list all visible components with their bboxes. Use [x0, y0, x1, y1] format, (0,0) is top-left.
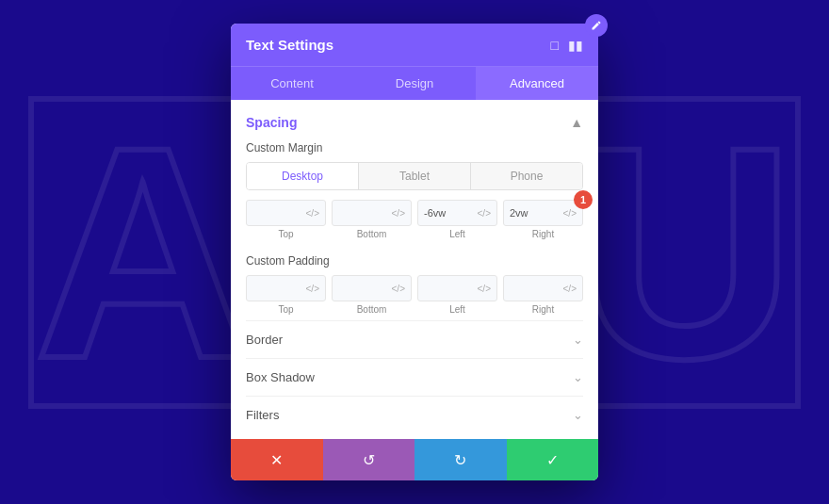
margin-input-grid: </> Top </> Bottom	[246, 200, 583, 239]
bg-letter-u: U	[572, 96, 801, 409]
device-tabs-margin: Desktop Tablet Phone	[246, 162, 583, 190]
spacing-title: Spacing	[246, 115, 297, 130]
padding-top-code-icon[interactable]: </>	[306, 284, 319, 294]
device-tab-desktop[interactable]: Desktop	[247, 163, 359, 189]
filters-chevron-icon: ⌄	[573, 408, 583, 422]
border-chevron-icon: ⌄	[573, 333, 583, 347]
margin-bottom-label: Bottom	[357, 229, 387, 239]
bg-letter-a: A	[28, 96, 257, 409]
tab-design[interactable]: Design	[353, 67, 476, 100]
padding-top-label: Top	[278, 304, 293, 315]
margin-right-code-icon[interactable]: </>	[563, 208, 577, 219]
padding-left-field[interactable]: </>	[417, 275, 497, 301]
spacing-collapse-icon[interactable]: ▲	[570, 115, 583, 130]
custom-padding-group: Custom Padding </> Top </>	[246, 254, 583, 315]
modal-header: Text Settings □ ▮▮	[231, 24, 598, 66]
margin-right-field[interactable]: </>	[503, 200, 583, 226]
modal-title: Text Settings	[246, 37, 333, 53]
margin-right-group: </> Right 1	[503, 200, 583, 239]
edit-floating-button[interactable]	[585, 14, 608, 37]
padding-bottom-input[interactable]	[338, 283, 379, 294]
padding-bottom-field[interactable]: </>	[332, 275, 412, 301]
tab-content[interactable]: Content	[231, 67, 353, 100]
box-shadow-chevron-icon: ⌄	[573, 370, 583, 384]
margin-right-input[interactable]	[510, 207, 550, 219]
margin-top-label: Top	[278, 229, 293, 239]
margin-left-input[interactable]	[424, 207, 464, 219]
margin-bottom-group: </> Bottom	[332, 200, 412, 239]
padding-top-input[interactable]	[252, 283, 293, 294]
filters-section[interactable]: Filters ⌄	[246, 396, 583, 433]
tabs-bar: Content Design Advanced	[231, 66, 598, 100]
margin-left-field[interactable]: </>	[417, 200, 497, 226]
margin-left-label: Left	[449, 229, 465, 239]
cancel-button[interactable]: ✕	[231, 439, 323, 480]
badge-number-1: 1	[574, 190, 593, 209]
padding-right-label: Right	[532, 304, 554, 315]
custom-margin-label: Custom Margin	[246, 141, 583, 154]
padding-top-field[interactable]: </>	[246, 275, 326, 301]
padding-top-group: </> Top	[246, 275, 326, 315]
padding-input-grid: </> Top </> Bottom </>	[246, 275, 583, 315]
border-title: Border	[246, 333, 283, 347]
padding-right-input[interactable]	[510, 283, 550, 294]
margin-top-input[interactable]	[252, 207, 293, 219]
margin-top-group: </> Top	[246, 200, 326, 239]
box-shadow-section[interactable]: Box Shadow ⌄	[246, 358, 583, 396]
margin-bottom-input[interactable]	[338, 207, 379, 219]
modal-wrapper: Text Settings □ ▮▮ Content Design Advanc…	[231, 24, 598, 480]
margin-right-label: Right	[532, 229, 554, 239]
box-shadow-title: Box Shadow	[246, 370, 315, 384]
margin-top-code-icon[interactable]: </>	[306, 208, 319, 219]
padding-left-input[interactable]	[424, 283, 464, 294]
expand-icon[interactable]: □	[551, 38, 559, 53]
padding-left-code-icon[interactable]: </>	[478, 284, 491, 294]
padding-right-code-icon[interactable]: </>	[563, 284, 577, 294]
pencil-icon	[591, 20, 602, 31]
border-section[interactable]: Border ⌄	[246, 320, 583, 358]
padding-left-group: </> Left	[417, 275, 497, 315]
padding-bottom-label: Bottom	[357, 304, 387, 315]
margin-top-field[interactable]: </>	[246, 200, 326, 226]
margin-left-code-icon[interactable]: </>	[478, 208, 491, 219]
save-button[interactable]: ✓	[507, 439, 599, 480]
modal-footer: ✕ ↺ ↻ ✓	[231, 439, 598, 480]
filters-title: Filters	[246, 408, 279, 422]
device-tab-phone[interactable]: Phone	[471, 163, 582, 189]
margin-bottom-field[interactable]: </>	[332, 200, 412, 226]
margin-left-group: </> Left	[417, 200, 497, 239]
custom-padding-label: Custom Padding	[246, 254, 583, 268]
modal-body: Spacing ▲ Custom Margin Desktop Tablet P…	[231, 100, 598, 439]
tab-advanced[interactable]: Advanced	[476, 67, 598, 100]
padding-bottom-code-icon[interactable]: </>	[392, 284, 405, 294]
padding-right-group: </> Right	[503, 275, 583, 315]
redo-button[interactable]: ↻	[414, 439, 507, 480]
modal: Text Settings □ ▮▮ Content Design Advanc…	[231, 24, 598, 480]
columns-icon[interactable]: ▮▮	[568, 38, 583, 53]
modal-header-icons: □ ▮▮	[551, 38, 583, 53]
reset-button[interactable]: ↺	[323, 439, 415, 480]
spacing-section-header: Spacing ▲	[246, 115, 583, 130]
margin-bottom-code-icon[interactable]: </>	[392, 208, 405, 219]
device-tab-tablet[interactable]: Tablet	[359, 163, 471, 189]
custom-margin-group: Custom Margin Desktop Tablet Phone </> T	[246, 141, 583, 239]
padding-right-field[interactable]: </>	[503, 275, 583, 301]
padding-bottom-group: </> Bottom	[332, 275, 412, 315]
padding-left-label: Left	[449, 304, 465, 315]
